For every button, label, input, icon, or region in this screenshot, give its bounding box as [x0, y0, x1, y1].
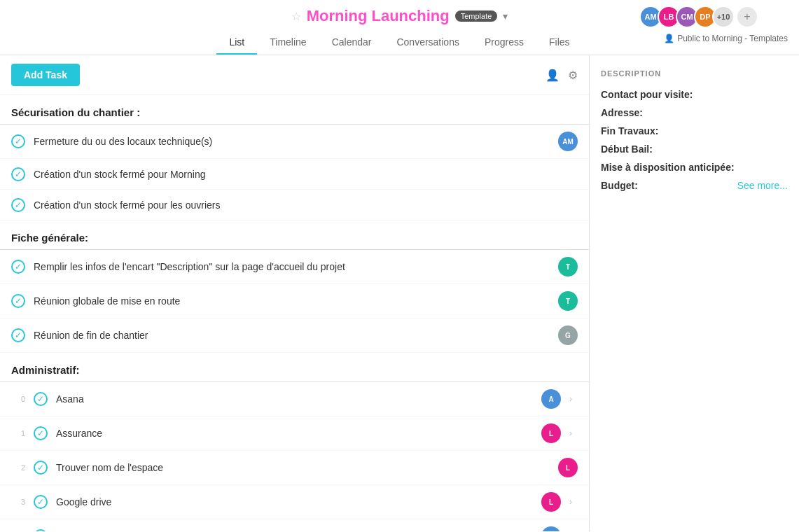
task-checkbox[interactable]: ✓ — [34, 392, 48, 406]
task-label: Création d'un stock fermé pour les ouvri… — [34, 200, 578, 211]
task-row: 2 ✓ Trouver nom de l'espace L — [0, 451, 589, 485]
row-number: 1 — [11, 429, 25, 438]
tab-timeline[interactable]: Timeline — [257, 31, 319, 55]
task-label: Asana — [56, 393, 533, 405]
desc-field-label: Budget: — [601, 180, 638, 191]
avatar: T — [558, 257, 578, 276]
avatar: AM — [558, 132, 578, 151]
public-label-text: Public to Morning - Templates — [677, 34, 788, 43]
task-label: Réunion globale de mise en route — [34, 295, 550, 307]
desc-field-adresse: Adresse: — [601, 107, 788, 118]
task-row: 3 ✓ Google drive L › — [0, 485, 589, 519]
task-checkbox[interactable]: ✓ — [11, 198, 25, 212]
avatar: L — [558, 458, 578, 477]
project-title: Morning Launching — [307, 7, 450, 25]
row-number: 3 — [11, 498, 25, 506]
task-label: Assurance — [56, 428, 533, 439]
task-row: ✓ Création d'un stock fermé pour les ouv… — [0, 190, 589, 220]
list-area: Add Task 👤 ⚙ Sécurisation du chantier : … — [0, 55, 589, 531]
row-number: 0 — [11, 395, 25, 403]
tab-list[interactable]: List — [216, 31, 257, 55]
desc-field-label: Adresse: — [601, 107, 643, 118]
avatar: T — [558, 291, 578, 311]
section-securisation: Sécurisation du chantier : — [0, 95, 589, 125]
desc-field-label: Mise à disposition anticipée: — [601, 162, 735, 173]
section-fiche-generale: Fiche générale: — [0, 220, 589, 250]
task-checkbox[interactable]: ✓ — [11, 260, 25, 274]
person-icon: 👤 — [664, 34, 674, 43]
project-title-row: ☆ Morning Launching Template ▾ — [291, 7, 508, 25]
tab-calendar[interactable]: Calendar — [319, 31, 384, 55]
toolbar: Add Task 👤 ⚙ — [0, 55, 589, 95]
task-row: ✓ Réunion globale de mise en route T — [0, 284, 589, 318]
chevron-right-icon: › — [569, 428, 578, 438]
avatar: A — [541, 389, 561, 409]
main-content: Add Task 👤 ⚙ Sécurisation du chantier : … — [0, 55, 799, 531]
avatar: A — [541, 526, 561, 531]
task-row: 0 ✓ Asana A › — [0, 382, 589, 416]
tab-conversations[interactable]: Conversations — [384, 31, 472, 55]
task-label: Créer adresse mail espace — [56, 531, 533, 531]
avatar: L — [541, 492, 561, 512]
desc-field-debut-bail: Début Bail: — [601, 144, 788, 155]
task-checkbox[interactable]: ✓ — [11, 167, 25, 181]
desc-field-fin-travaux: Fin Travaux: — [601, 125, 788, 136]
task-row: ✓ Remplir les infos de l'encart "Descrip… — [0, 250, 589, 284]
right-panel: DESCRIPTION Contact pour visite: Adresse… — [589, 55, 799, 531]
chevron-right-icon: › — [569, 394, 578, 404]
desc-field-contact: Contact pour visite: — [601, 89, 788, 100]
avatar: L — [541, 424, 561, 443]
avatar-count: +10 — [712, 6, 735, 28]
task-label: Création d'un stock fermé pour Morning — [34, 169, 578, 180]
task-row: 1 ✓ Assurance L › — [0, 416, 589, 451]
task-row: ✓ Fermeture du ou des locaux technique(s… — [0, 125, 589, 159]
desc-field-mise-disposition: Mise à disposition anticipée: — [601, 162, 788, 173]
task-checkbox[interactable]: ✓ — [11, 328, 25, 342]
tab-progress[interactable]: Progress — [472, 31, 536, 55]
see-more-link[interactable]: See more... — [737, 180, 788, 191]
desc-field-label: Contact pour visite: — [601, 89, 693, 100]
toolbar-right: 👤 ⚙ — [546, 69, 578, 82]
section-administratif: Administratif: — [0, 353, 589, 382]
desc-field-budget: Budget: See more... — [601, 180, 788, 191]
add-member-button[interactable]: + — [737, 7, 757, 27]
description-section-label: DESCRIPTION — [601, 69, 788, 78]
task-row: ✓ Réunion de fin de chantier G — [0, 318, 589, 353]
task-checkbox[interactable]: ✓ — [11, 134, 25, 148]
template-badge: Template — [455, 10, 498, 22]
task-label: Fermeture du ou des locaux technique(s) — [34, 136, 550, 147]
tab-files[interactable]: Files — [536, 31, 583, 55]
nav-tabs: List Timeline Calendar Conversations Pro… — [216, 31, 582, 55]
task-checkbox[interactable]: ✓ — [34, 461, 48, 475]
task-label: Trouver nom de l'espace — [56, 462, 550, 473]
task-label: Réunion de fin de chantier — [34, 330, 550, 341]
public-label: 👤 Public to Morning - Templates — [664, 34, 788, 43]
task-label: Google drive — [56, 496, 533, 507]
desc-field-label: Début Bail: — [601, 144, 653, 155]
task-checkbox[interactable]: ✓ — [11, 294, 25, 308]
task-label: Remplir les infos de l'encart "Descripti… — [34, 261, 550, 272]
task-checkbox[interactable]: ✓ — [34, 426, 48, 440]
chevron-down-icon[interactable]: ▾ — [503, 10, 508, 22]
header: AM LB CM DP +10 + ☆ Morning Launching Te… — [0, 0, 799, 55]
filter-icon[interactable]: ⚙ — [568, 69, 578, 82]
avatar: G — [558, 326, 578, 345]
task-row: ✓ Création d'un stock fermé pour Morning — [0, 159, 589, 190]
desc-field-label: Fin Travaux: — [601, 125, 658, 136]
assignee-filter-icon[interactable]: 👤 — [546, 69, 560, 82]
star-icon[interactable]: ☆ — [291, 10, 301, 23]
task-checkbox[interactable]: ✓ — [34, 495, 48, 509]
chevron-right-icon: › — [569, 497, 578, 507]
task-row: 4 ✓ Créer adresse mail espace A › — [0, 519, 589, 531]
task-checkbox[interactable]: ✓ — [34, 529, 48, 531]
add-task-button[interactable]: Add Task — [11, 64, 80, 86]
avatar-group: AM LB CM DP +10 + — [639, 6, 757, 28]
row-number: 2 — [11, 463, 25, 472]
